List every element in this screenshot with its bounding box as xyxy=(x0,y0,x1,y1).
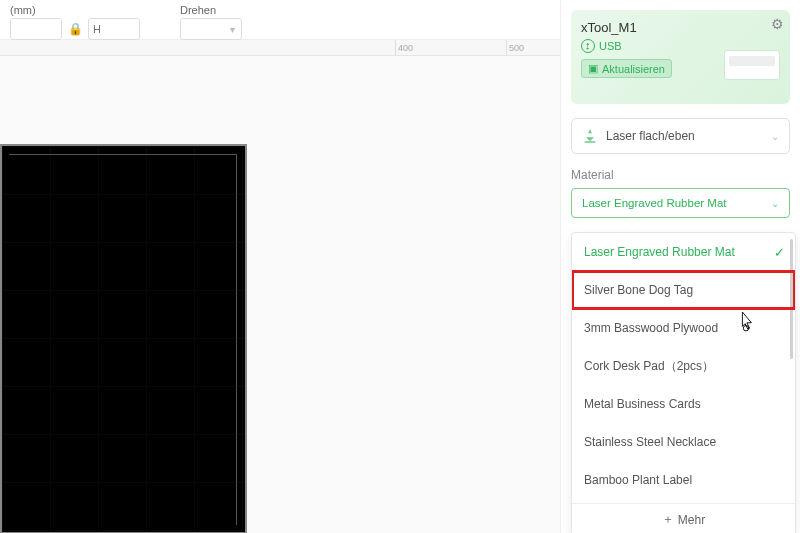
material-option[interactable]: Metal Business Card Holder xyxy=(572,499,795,503)
material-section-label: Material xyxy=(571,168,790,182)
refresh-label: Aktualisieren xyxy=(602,63,665,75)
workpiece-grid xyxy=(2,146,245,532)
material-selected-value: Laser Engraved Rubber Mat xyxy=(582,197,726,209)
chevron-down-icon: ▾ xyxy=(230,24,235,35)
material-option-label: Laser Engraved Rubber Mat xyxy=(584,245,735,259)
material-dropdown: Laser Engraved Rubber Mat ✓ Silver Bone … xyxy=(571,232,796,533)
canvas-area[interactable] xyxy=(0,56,552,533)
chevron-down-icon: ⌄ xyxy=(771,198,779,209)
device-card: ⚙ xTool_M1 ⭥ USB ▣ Aktualisieren xyxy=(571,10,790,104)
ruler-tick-400: 400 xyxy=(395,40,413,55)
material-option-selected[interactable]: Laser Engraved Rubber Mat ✓ xyxy=(572,233,795,271)
material-option[interactable]: Bamboo Plant Label xyxy=(572,461,795,499)
material-option-label: 3mm Basswood Plywood xyxy=(584,321,718,335)
material-option-label: Stainless Steel Necklace xyxy=(584,435,716,449)
camera-icon: ▣ xyxy=(588,62,598,75)
rotate-group: Drehen ▾ xyxy=(180,4,242,40)
material-option-label: Cork Desk Pad（2pcs） xyxy=(584,358,714,375)
plus-icon: ＋ xyxy=(662,511,674,528)
gear-icon[interactable]: ⚙ xyxy=(771,16,784,32)
check-icon: ✓ xyxy=(774,245,785,260)
device-thumbnail xyxy=(724,50,780,80)
laser-icon xyxy=(582,128,598,144)
material-option-label: Silver Bone Dog Tag xyxy=(584,283,693,297)
refresh-button[interactable]: ▣ Aktualisieren xyxy=(581,59,672,78)
material-dropdown-items: Laser Engraved Rubber Mat ✓ Silver Bone … xyxy=(572,233,795,503)
size-group: (mm) 🔒 xyxy=(10,4,140,40)
rotate-select[interactable]: ▾ xyxy=(180,18,242,40)
height-input[interactable] xyxy=(88,18,140,40)
material-option[interactable]: Metal Business Cards xyxy=(572,385,795,423)
mode-label: Laser flach/eben xyxy=(606,129,695,143)
material-more-button[interactable]: ＋ Mehr xyxy=(572,503,795,533)
size-row: 🔒 xyxy=(10,18,140,40)
mode-select[interactable]: Laser flach/eben ⌄ xyxy=(571,118,790,154)
material-option[interactable]: Stainless Steel Necklace xyxy=(572,423,795,461)
size-label: (mm) xyxy=(10,4,140,16)
usb-icon: ⭥ xyxy=(581,39,595,53)
ruler-tick-500: 500 xyxy=(506,40,524,55)
material-option-highlighted[interactable]: Silver Bone Dog Tag xyxy=(572,271,795,309)
device-name: xTool_M1 xyxy=(581,20,780,35)
workpiece-preview[interactable] xyxy=(0,144,247,533)
rotate-label: Drehen xyxy=(180,4,242,16)
chevron-down-icon: ⌄ xyxy=(771,131,779,142)
material-option[interactable]: 3mm Basswood Plywood xyxy=(572,309,795,347)
connection-label: USB xyxy=(599,40,622,52)
material-option-label: Bamboo Plant Label xyxy=(584,473,692,487)
more-label: Mehr xyxy=(678,513,705,527)
material-option[interactable]: Cork Desk Pad（2pcs） xyxy=(572,347,795,385)
material-select[interactable]: Laser Engraved Rubber Mat ⌄ xyxy=(571,188,790,218)
lock-icon[interactable]: 🔒 xyxy=(66,20,84,38)
width-input[interactable] xyxy=(10,18,62,40)
right-panel: ⚙ xTool_M1 ⭥ USB ▣ Aktualisieren Laser f… xyxy=(560,0,800,533)
material-option-label: Metal Business Cards xyxy=(584,397,701,411)
